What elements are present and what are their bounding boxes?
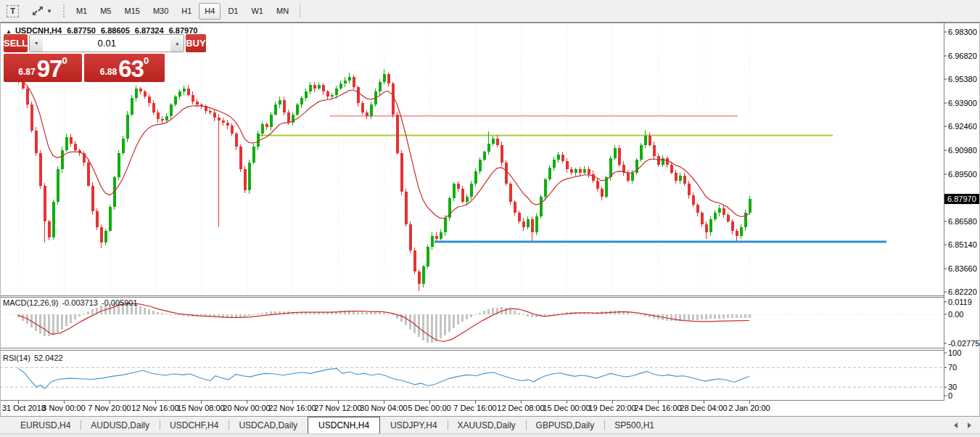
tab-scroll-left-icon[interactable] <box>954 422 958 428</box>
rsi-indicator-label: RSI(14)52.0422 <box>3 354 67 362</box>
chart-tab-usdchf-h4[interactable]: USDCHF,H4 <box>160 417 228 433</box>
timeframe-button-m15[interactable]: M15 <box>118 3 145 20</box>
time-axis-label: 20 Nov 00:00 <box>223 404 270 412</box>
time-axis-label: 24 Dec 16:00 <box>634 404 681 412</box>
time-axis-label: 7 Dec 16:00 <box>453 404 496 412</box>
timeframe-button-d1[interactable]: D1 <box>222 3 244 20</box>
rsi-axis-label: 0 <box>948 391 952 400</box>
chevron-up-icon: ▲ <box>175 41 180 46</box>
macd-axis-label: 0.0119 <box>948 298 972 306</box>
chevron-down-icon: ▼ <box>34 41 39 46</box>
text-tool-icon: T <box>7 5 19 17</box>
time-axis-label: 30 Nov 04:00 <box>360 404 407 412</box>
price-axis-label: 6.82220 <box>948 287 977 296</box>
current-price-label: 6.87970 <box>947 195 976 203</box>
timeframe-button-mn[interactable]: MN <box>271 3 295 20</box>
indicator-arrows-button[interactable]: ▼ <box>26 3 58 20</box>
chart-tab-sp500-h1[interactable]: SP500,H1 <box>604 417 664 433</box>
tabs-container: EURUSD,H4AUDUSD,DailyUSDCHF,H4USDCAD,Dai… <box>10 417 664 433</box>
macd-axis-label: 0.00 <box>948 310 963 319</box>
buy-price-box[interactable]: 6.88 63 0 <box>84 54 165 82</box>
chart-tab-bar: EURUSD,H4AUDUSD,DailyUSDCHF,H4USDCAD,Dai… <box>0 416 980 433</box>
time-axis-label: 2 Jan 20:00 <box>728 404 770 412</box>
macd-indicator-label: MACD(12,26,9)-0.003713-0.005901 <box>3 298 141 307</box>
time-axis-label: 3 Nov 00:00 <box>42 404 85 412</box>
time-axis-label: 28 Dec 04:00 <box>680 404 727 412</box>
rsi-axis-label: 70 <box>948 363 957 372</box>
time-axis-label: 22 Nov 16:00 <box>268 404 316 412</box>
price-axis-label: 6.93900 <box>948 99 977 107</box>
time-axis-label: 15 Nov 08:00 <box>177 404 224 412</box>
price-axis-label: 6.90980 <box>948 146 977 155</box>
time-axis-label: 15 Dec 00:00 <box>543 404 590 412</box>
volume-decrease-button[interactable]: ▼ <box>30 35 43 52</box>
sell-price-big: 97 <box>37 57 62 81</box>
sell-price-sup: 0 <box>62 55 67 66</box>
chevron-down-icon: ▼ <box>46 8 52 15</box>
chart-tab-usdcad-daily[interactable]: USDCAD,Daily <box>228 417 308 433</box>
toolbar-separator <box>300 4 300 18</box>
time-axis-label: 31 Oct 2018 <box>2 404 46 412</box>
rsi-axis-label: 30 <box>948 383 957 391</box>
price-axis-label: 6.92460 <box>948 122 977 131</box>
timeframe-group: M1M5M15M30H1H4D1W1MN <box>70 3 295 20</box>
buy-button[interactable]: BUY <box>186 34 205 52</box>
arrows-icon <box>32 5 44 17</box>
macd-value-1: -0.003713 <box>62 298 98 307</box>
toolbar-grip[interactable] <box>62 4 66 18</box>
volume-stepper: ▼ ▲ <box>29 34 184 52</box>
sell-button[interactable]: SELL <box>4 34 28 52</box>
chart-tab-eurusd-h4[interactable]: EURUSD,H4 <box>10 417 81 433</box>
rsi-name: RSI(14) <box>3 354 30 362</box>
price-axis-label: 6.89500 <box>948 170 977 179</box>
chart-tab-xauusd-daily[interactable]: XAUUSD,Daily <box>448 417 526 433</box>
tab-scroll-right-icon[interactable] <box>968 422 971 428</box>
price-axis-label: 6.98300 <box>948 28 977 36</box>
timeframe-button-m5[interactable]: M5 <box>94 3 117 20</box>
toolbar: T ▼ M1M5M15M30H1H4D1W1MN <box>0 0 980 23</box>
rsi-axis-label: 100 <box>948 348 961 357</box>
chart-tab-audusd-daily[interactable]: AUDUSD,Daily <box>81 417 160 433</box>
chart-tab-usdcnh-h4[interactable]: USDCNH,H4 <box>308 417 380 433</box>
volume-input[interactable] <box>43 35 170 52</box>
price-axis-label: 6.83660 <box>948 264 977 273</box>
buy-price-small: 6.88 <box>100 67 117 77</box>
price-axis-label: 6.95380 <box>948 75 977 83</box>
timeframe-button-h4[interactable]: H4 <box>199 3 221 20</box>
timeframe-button-w1[interactable]: W1 <box>245 3 269 20</box>
macd-name: MACD(12,26,9) <box>3 298 58 307</box>
time-axis-label: 5 Dec 00:00 <box>408 404 450 412</box>
time-axis-label: 19 Dec 20:00 <box>588 404 635 412</box>
time-axis-label: 12 Nov 16:00 <box>131 404 178 412</box>
buy-price-sup: 0 <box>144 55 149 66</box>
price-axis-label: 6.86580 <box>948 217 977 226</box>
rsi-value: 52.0422 <box>34 354 63 362</box>
macd-axis-label: -0.027754 <box>948 339 980 348</box>
price-axis-label: 6.85140 <box>948 240 977 249</box>
one-click-trading-panel: SELL ▼ ▲ BUY 6.87 97 0 6.88 63 0 <box>4 34 165 82</box>
time-axis-label: 12 Dec 08:00 <box>497 404 544 412</box>
buy-price-big: 63 <box>118 57 144 81</box>
text-label-tool-button[interactable]: T <box>1 3 25 20</box>
chart-tab-usdjpy-h4[interactable]: USDJPY,H4 <box>380 417 447 433</box>
timeframe-button-m1[interactable]: M1 <box>70 3 93 20</box>
volume-increase-button[interactable]: ▲ <box>170 35 184 52</box>
price-axis-label: 6.96820 <box>948 52 977 60</box>
timeframe-button-h1[interactable]: H1 <box>176 3 197 20</box>
time-axis-label: 27 Nov 12:00 <box>314 404 361 412</box>
timeframe-button-m30[interactable]: M30 <box>147 3 174 20</box>
sell-price-small: 6.87 <box>18 67 35 77</box>
bottom-scrollbar[interactable] <box>0 433 980 437</box>
macd-value-2: -0.005901 <box>102 298 138 307</box>
chart-tab-gbpusd-daily[interactable]: GBPUSD,Daily <box>526 417 605 433</box>
sell-price-box[interactable]: 6.87 97 0 <box>4 54 82 82</box>
time-axis-label: 7 Nov 20:00 <box>88 404 131 412</box>
